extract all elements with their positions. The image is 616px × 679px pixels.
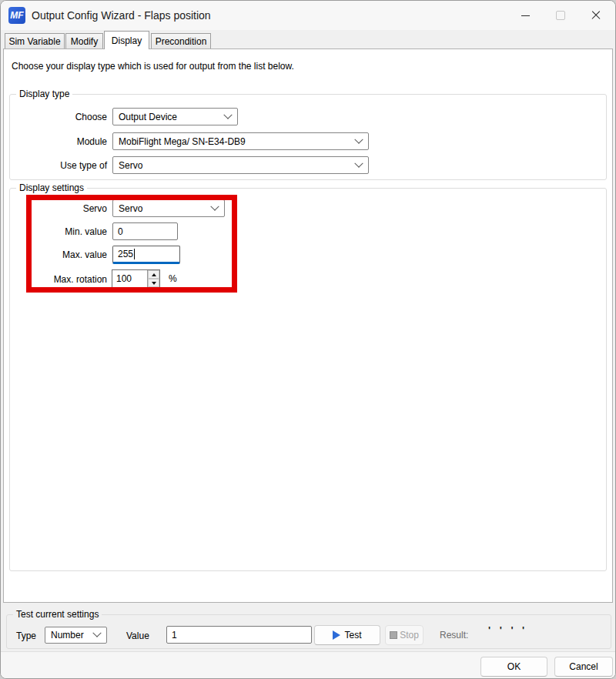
servo-dropdown[interactable]: Servo xyxy=(112,199,225,217)
stop-icon xyxy=(390,631,397,639)
choose-dropdown-value: Output Device xyxy=(119,112,225,122)
tab-display[interactable]: Display xyxy=(104,31,149,49)
footer-divider xyxy=(1,651,615,652)
stepper-down-button[interactable] xyxy=(148,279,159,287)
stepper-up-button[interactable] xyxy=(148,270,159,279)
tab-sim-variable[interactable]: Sim Variable xyxy=(5,33,65,48)
title-bar[interactable]: MF Output Config Wizard - Flaps position xyxy=(1,1,615,30)
test-settings-legend: Test current settings xyxy=(13,609,102,620)
value-label: Value xyxy=(126,630,157,641)
chevron-down-icon xyxy=(354,159,363,167)
output-config-wizard-window: MF Output Config Wizard - Flaps position… xyxy=(0,0,616,679)
display-type-legend: Display type xyxy=(16,89,72,100)
test-button-label: Test xyxy=(344,630,361,641)
arrow-down-icon xyxy=(152,282,156,285)
arrow-up-icon xyxy=(152,273,156,276)
min-value-input[interactable]: 0 xyxy=(112,222,178,240)
cancel-button[interactable]: Cancel xyxy=(554,657,613,677)
stop-button-label: Stop xyxy=(400,630,419,641)
app-icon: MF xyxy=(8,7,25,24)
module-dropdown-value: MobiFlight Mega/ SN-E34-DB9 xyxy=(119,136,356,147)
ok-button-label: OK xyxy=(507,661,521,672)
chevron-down-icon xyxy=(210,202,219,210)
choose-label: Choose xyxy=(15,112,107,122)
minimize-button[interactable] xyxy=(507,1,543,30)
window-title: Output Config Wizard - Flaps position xyxy=(32,1,211,30)
close-icon xyxy=(591,10,601,21)
stepper-buttons xyxy=(147,270,159,287)
maximize-icon xyxy=(556,11,565,20)
max-rotation-value: 100 xyxy=(112,270,147,287)
max-value-text: 255 xyxy=(118,249,133,259)
test-value-input[interactable]: 1 xyxy=(166,626,312,644)
choose-dropdown[interactable]: Output Device xyxy=(112,108,238,125)
use-type-dropdown-value: Servo xyxy=(119,160,356,171)
result-value: ' ' ' ' xyxy=(488,624,527,636)
tab-modify[interactable]: Modify xyxy=(65,33,103,48)
window-controls xyxy=(507,1,614,30)
max-rotation-label: Max. rotation xyxy=(15,274,107,285)
min-value-text: 0 xyxy=(118,226,123,237)
stop-button: Stop xyxy=(385,625,424,645)
test-type-dropdown-value: Number xyxy=(51,630,94,641)
max-value-input[interactable]: 255 xyxy=(112,246,180,264)
servo-label: Servo xyxy=(15,203,107,214)
text-caret xyxy=(134,249,135,259)
chevron-down-icon xyxy=(223,110,232,119)
ok-button[interactable]: OK xyxy=(480,657,547,677)
display-settings-legend: Display settings xyxy=(16,182,87,194)
instruction-text: Choose your display type which is used f… xyxy=(12,61,294,72)
test-value-text: 1 xyxy=(172,630,177,641)
type-label: Type xyxy=(16,630,41,641)
maximize-button xyxy=(543,1,578,30)
module-label: Module xyxy=(15,136,107,147)
servo-dropdown-value: Servo xyxy=(119,203,212,214)
module-dropdown[interactable]: MobiFlight Mega/ SN-E34-DB9 xyxy=(112,132,369,150)
result-label: Result: xyxy=(440,630,478,641)
play-icon xyxy=(333,630,340,640)
use-type-label: Use type of xyxy=(15,160,107,171)
max-value-label: Max. value xyxy=(15,249,107,260)
tab-precondition[interactable]: Precondition xyxy=(151,33,211,48)
test-type-dropdown[interactable]: Number xyxy=(45,627,107,644)
chevron-down-icon xyxy=(92,629,101,637)
close-button[interactable] xyxy=(578,1,614,30)
minimize-icon xyxy=(521,15,530,16)
max-rotation-stepper[interactable]: 100 xyxy=(112,269,160,288)
display-settings-group: Display settings xyxy=(9,188,607,571)
chevron-down-icon xyxy=(354,135,363,143)
cancel-button-label: Cancel xyxy=(569,661,598,672)
use-type-dropdown[interactable]: Servo xyxy=(112,156,369,174)
percent-unit-label: % xyxy=(169,273,184,284)
test-button[interactable]: Test xyxy=(314,625,380,645)
min-value-label: Min. value xyxy=(15,226,107,237)
